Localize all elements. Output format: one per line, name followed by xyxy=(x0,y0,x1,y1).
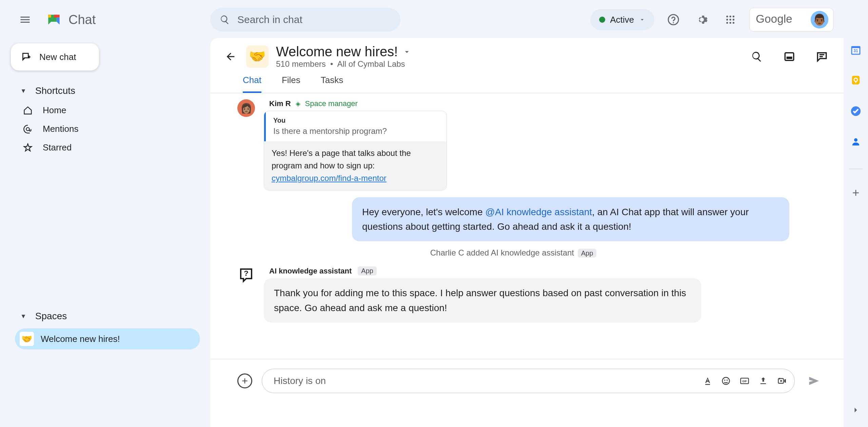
video-icon xyxy=(777,376,787,386)
message-row: 👩🏽 Kim R ◈ Space manager You Is there a … xyxy=(237,99,789,190)
quoted-reply-card[interactable]: You Is there a mentorship program? Yes! … xyxy=(264,111,447,190)
tasks-button[interactable] xyxy=(849,104,863,118)
own-message[interactable]: Hey everyone, let's welcome @AI knowledg… xyxy=(352,197,789,242)
chevron-down-icon xyxy=(639,16,646,23)
tab-tasks[interactable]: Tasks xyxy=(321,75,343,93)
sender-name: Kim R xyxy=(269,99,291,108)
help-button[interactable] xyxy=(664,10,683,29)
send-button[interactable] xyxy=(804,371,823,390)
apps-button[interactable] xyxy=(721,10,740,29)
shortcut-mentions[interactable]: Mentions xyxy=(0,120,210,138)
svg-point-16 xyxy=(727,380,728,381)
collapse-icon: ▼ xyxy=(20,313,26,320)
shortcuts-header[interactable]: ▼ Shortcuts xyxy=(0,81,210,101)
search-icon xyxy=(220,15,230,25)
status-selector[interactable]: Active xyxy=(590,9,654,30)
shortcut-starred[interactable]: Starred xyxy=(0,138,210,157)
search-input[interactable]: Search in chat xyxy=(210,8,400,32)
message-input[interactable]: History is on GIF xyxy=(262,369,795,393)
emoji-button[interactable] xyxy=(721,376,731,386)
svg-point-8 xyxy=(729,22,731,24)
quoted-sender: You xyxy=(273,117,439,124)
message-row: ? AI knowledge assistant App Thank you f… xyxy=(237,266,789,323)
sender-avatar: ? xyxy=(237,266,255,284)
svg-point-3 xyxy=(733,16,734,17)
svg-point-5 xyxy=(729,19,731,20)
spaces-label: Spaces xyxy=(35,311,67,322)
hamburger-icon xyxy=(19,14,31,26)
main-menu-button[interactable] xyxy=(14,9,36,30)
space-avatar: 🤝 xyxy=(246,45,269,68)
shortcut-label: Home xyxy=(43,105,66,116)
pin-panel-button[interactable] xyxy=(780,47,799,66)
mention[interactable]: @AI knowledge assistant xyxy=(485,207,592,217)
collapse-icon: ▼ xyxy=(20,87,26,95)
manager-badge-icon: ◈ xyxy=(296,100,300,107)
panel-icon xyxy=(784,51,795,62)
svg-point-25 xyxy=(854,138,857,142)
calendar-button[interactable]: 31 xyxy=(849,43,863,57)
bot-message-text[interactable]: Thank you for adding me to this space. I… xyxy=(264,278,701,323)
format-button[interactable] xyxy=(703,376,712,386)
tab-files[interactable]: Files xyxy=(282,75,300,93)
hide-side-panel-button[interactable] xyxy=(849,403,863,417)
shortcut-home[interactable]: Home xyxy=(0,101,210,120)
thread-panel-button[interactable] xyxy=(812,47,831,66)
space-title: Welcome new hires! xyxy=(276,44,398,59)
new-chat-icon xyxy=(21,52,32,62)
video-button[interactable] xyxy=(777,376,787,386)
reply-text: Yes! Here's a page that talks about the … xyxy=(264,141,447,190)
svg-text:Google: Google xyxy=(756,13,792,25)
svg-point-1 xyxy=(726,16,728,17)
svg-point-7 xyxy=(726,22,728,24)
gif-icon: GIF xyxy=(739,376,750,386)
account-button[interactable]: Google 👨🏾 xyxy=(749,8,833,32)
chevron-down-icon xyxy=(402,47,411,56)
shortcut-label: Starred xyxy=(43,142,72,153)
app-badge: App xyxy=(358,266,377,276)
send-icon xyxy=(808,375,820,387)
plus-icon xyxy=(851,188,861,198)
shortcut-label: Mentions xyxy=(43,124,79,134)
keep-button[interactable] xyxy=(849,74,863,87)
search-in-space-button[interactable] xyxy=(747,47,766,66)
space-emoji: 🤝 xyxy=(20,332,34,346)
status-dot-icon xyxy=(599,17,605,23)
contacts-button[interactable] xyxy=(849,135,863,148)
search-placeholder: Search in chat xyxy=(237,14,302,25)
sender-avatar: 👩🏽 xyxy=(237,99,255,117)
back-button[interactable] xyxy=(222,48,239,65)
upload-button[interactable] xyxy=(758,376,768,386)
settings-button[interactable] xyxy=(692,10,711,29)
get-addons-button[interactable] xyxy=(849,186,863,200)
svg-point-2 xyxy=(729,16,731,17)
star-icon xyxy=(22,143,34,152)
sender-role: Space manager xyxy=(305,99,358,108)
emoji-icon xyxy=(721,376,731,386)
add-attachment-button[interactable] xyxy=(237,373,252,388)
chat-logo-icon xyxy=(45,11,62,28)
keep-icon xyxy=(850,75,862,86)
bot-icon: ? xyxy=(238,267,254,283)
app-logo[interactable]: Chat xyxy=(45,11,96,28)
composer-placeholder: History is on xyxy=(274,375,703,386)
rail-divider xyxy=(849,169,863,169)
tab-chat[interactable]: Chat xyxy=(243,75,261,93)
search-icon xyxy=(751,51,763,62)
reply-link[interactable]: cymbalgroup.com/find-a-mentor xyxy=(272,174,387,183)
app-name: Chat xyxy=(68,13,96,27)
space-title-button[interactable]: Welcome new hires! xyxy=(276,44,411,59)
quoted-text: Is there a mentorship program? xyxy=(273,126,439,136)
spaces-header[interactable]: ▼ Spaces xyxy=(0,306,210,326)
shortcuts-label: Shortcuts xyxy=(35,85,75,96)
user-avatar: 👨🏾 xyxy=(811,11,828,28)
svg-point-14 xyxy=(723,378,730,385)
calendar-icon: 31 xyxy=(850,44,862,56)
gif-button[interactable]: GIF xyxy=(739,376,750,386)
new-chat-button[interactable]: New chat xyxy=(11,43,99,70)
app-badge: App xyxy=(578,249,597,258)
plus-icon xyxy=(240,377,249,385)
space-item-welcome[interactable]: 🤝 Welcome new hires! xyxy=(15,328,200,349)
space-subtitle: 510 members • All of Cymbal Labs xyxy=(276,59,411,69)
sender-name: AI knowledge assistant xyxy=(269,267,352,276)
